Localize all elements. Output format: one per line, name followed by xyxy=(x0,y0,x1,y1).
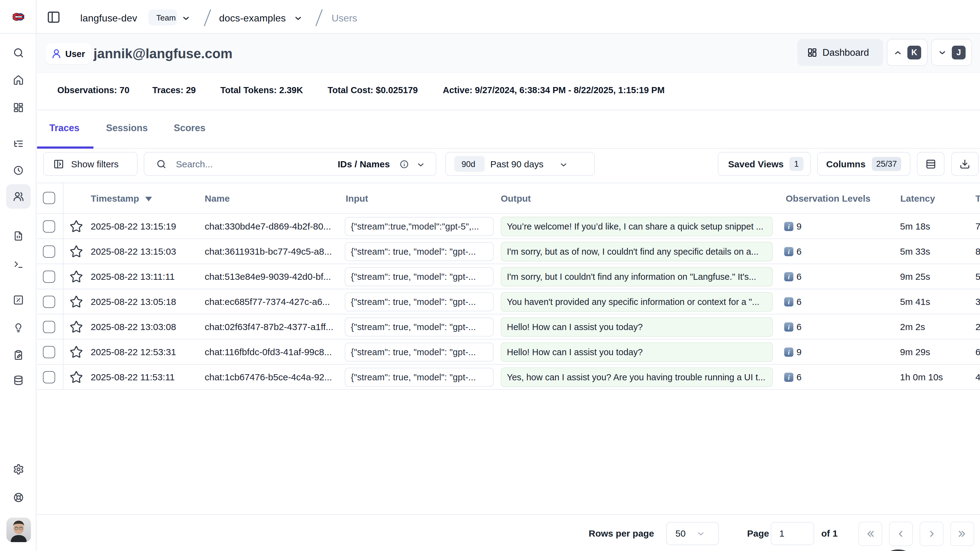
svg-text:i: i xyxy=(788,248,790,256)
svg-text:i: i xyxy=(788,223,790,231)
svg-text:i: i xyxy=(788,374,790,381)
svg-text:i: i xyxy=(788,323,790,331)
svg-text:i: i xyxy=(788,273,790,281)
svg-text:i: i xyxy=(788,298,790,306)
svg-text:i: i xyxy=(788,349,790,356)
